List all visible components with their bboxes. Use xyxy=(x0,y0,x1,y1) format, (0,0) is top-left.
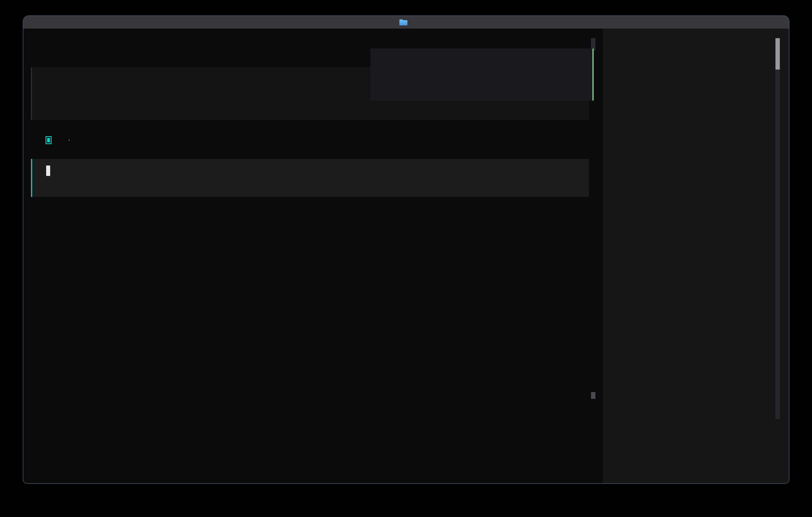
minimize-button[interactable] xyxy=(36,20,40,25)
status-bar xyxy=(37,210,590,220)
sidebar-scrollbar-thumb[interactable] xyxy=(776,38,780,70)
titlebar[interactable] xyxy=(23,16,789,29)
text-cursor xyxy=(46,166,50,176)
status-right xyxy=(573,211,590,219)
prompt-input[interactable] xyxy=(31,159,589,197)
notification-title xyxy=(380,60,592,71)
opencode-window: · xyxy=(23,16,789,484)
folder-icon xyxy=(399,19,407,25)
agent-header: · xyxy=(46,135,603,145)
sidebar xyxy=(603,29,789,484)
status-left xyxy=(37,211,53,219)
agent-checkbox-icon xyxy=(46,136,52,144)
oracle-task-hint xyxy=(46,101,589,112)
desktop: · xyxy=(0,0,812,517)
notification-body xyxy=(380,82,592,93)
close-button[interactable] xyxy=(28,20,33,25)
sidebar-scrollbar-track xyxy=(776,38,780,419)
zoom-button[interactable] xyxy=(44,20,49,25)
window-title-group xyxy=(399,19,413,25)
agent-separator: · xyxy=(58,136,80,144)
traffic-lights xyxy=(28,16,49,29)
input-model-line xyxy=(46,186,59,196)
background-task-notification[interactable] xyxy=(371,49,593,101)
main-scrollbar-thumb[interactable] xyxy=(591,392,596,399)
